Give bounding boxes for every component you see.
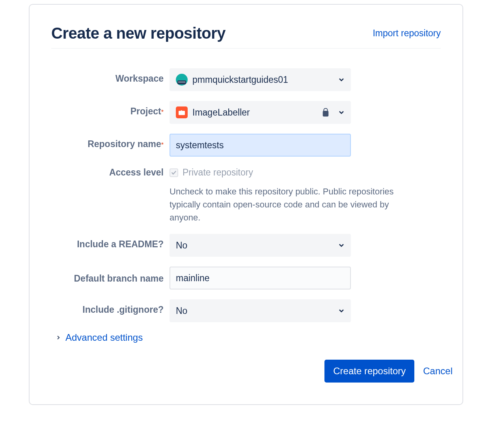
chevron-down-icon bbox=[337, 241, 345, 249]
lock-icon bbox=[322, 108, 330, 117]
project-avatar-icon bbox=[176, 106, 188, 118]
access-level-helper: Uncheck to make this repository public. … bbox=[170, 185, 414, 224]
gitignore-select[interactable]: No bbox=[170, 299, 351, 322]
svg-rect-0 bbox=[323, 111, 328, 116]
project-row: Project* ImageLabeller bbox=[51, 101, 441, 124]
workspace-avatar-icon bbox=[176, 74, 188, 86]
readme-row: Include a README? No bbox=[51, 234, 441, 257]
project-value: ImageLabeller bbox=[192, 107, 250, 118]
repo-name-row: Repository name* bbox=[51, 134, 441, 157]
default-branch-label: Default branch name bbox=[74, 273, 164, 284]
chevron-right-icon bbox=[55, 334, 62, 341]
access-level-label: Access level bbox=[109, 167, 164, 177]
workspace-select[interactable]: pmmquickstartguides01 bbox=[170, 68, 351, 91]
project-label: Project bbox=[130, 106, 161, 116]
create-repo-card: Create a new repository Import repositor… bbox=[29, 4, 463, 405]
workspace-label: Workspace bbox=[116, 73, 164, 84]
import-repository-link[interactable]: Import repository bbox=[373, 28, 441, 39]
gitignore-label: Include .gitignore? bbox=[82, 304, 164, 315]
chevron-down-icon bbox=[337, 76, 345, 84]
required-asterisk: * bbox=[161, 142, 164, 148]
cancel-button[interactable]: Cancel bbox=[423, 366, 453, 377]
advanced-settings-toggle[interactable]: Advanced settings bbox=[55, 332, 441, 343]
default-branch-input[interactable] bbox=[170, 267, 351, 289]
gitignore-value: No bbox=[176, 306, 187, 316]
actions-row: Create repository Cancel bbox=[51, 360, 453, 383]
create-repository-button[interactable]: Create repository bbox=[324, 360, 414, 383]
private-repo-checkbox[interactable] bbox=[170, 168, 178, 177]
access-level-row: Access level Private repository Uncheck … bbox=[51, 166, 441, 224]
repo-name-input[interactable] bbox=[170, 134, 351, 157]
readme-select[interactable]: No bbox=[170, 234, 351, 257]
chevron-down-icon bbox=[337, 108, 345, 116]
workspace-row: Workspace pmmquickstartguides01 bbox=[51, 68, 441, 91]
private-repo-checkbox-label: Private repository bbox=[183, 167, 253, 178]
page-title: Create a new repository bbox=[51, 24, 226, 42]
workspace-value: pmmquickstartguides01 bbox=[192, 75, 288, 85]
required-asterisk: * bbox=[161, 109, 164, 116]
gitignore-row: Include .gitignore? No bbox=[51, 299, 441, 322]
repo-name-label: Repository name bbox=[88, 139, 161, 149]
checkmark-icon bbox=[171, 170, 177, 175]
default-branch-row: Default branch name bbox=[51, 267, 441, 289]
project-select[interactable]: ImageLabeller bbox=[170, 101, 351, 124]
chevron-down-icon bbox=[337, 307, 345, 315]
readme-label: Include a README? bbox=[77, 239, 164, 249]
readme-value: No bbox=[176, 240, 187, 251]
header-row: Create a new repository Import repositor… bbox=[51, 24, 441, 49]
advanced-settings-label: Advanced settings bbox=[65, 332, 143, 343]
